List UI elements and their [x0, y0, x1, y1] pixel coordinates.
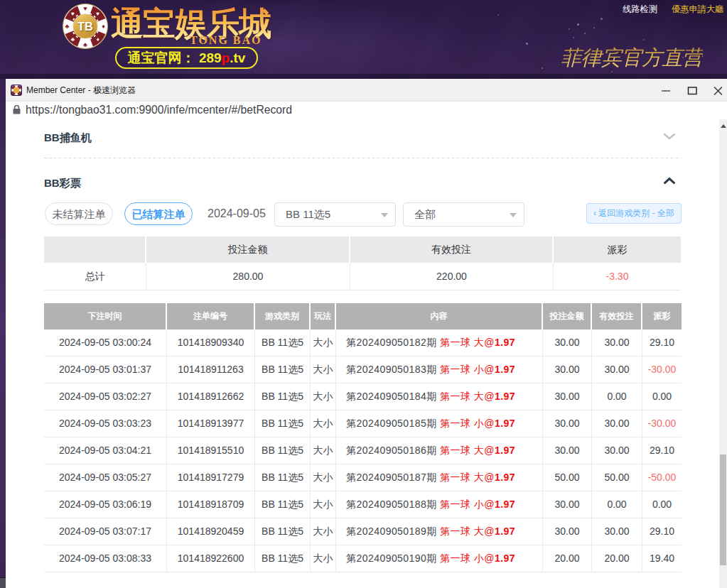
- svg-text:TB: TB: [77, 20, 93, 33]
- svg-text:♣: ♣: [71, 36, 75, 43]
- svg-text:♣: ♣: [83, 41, 87, 48]
- svg-text:♣: ♣: [65, 23, 70, 30]
- svg-text:♦: ♦: [97, 36, 99, 43]
- svg-text:♥: ♥: [96, 11, 99, 17]
- svg-text:♦: ♦: [102, 23, 105, 30]
- svg-text:♥: ♥: [71, 11, 75, 17]
- svg-text:♥: ♥: [83, 5, 87, 12]
